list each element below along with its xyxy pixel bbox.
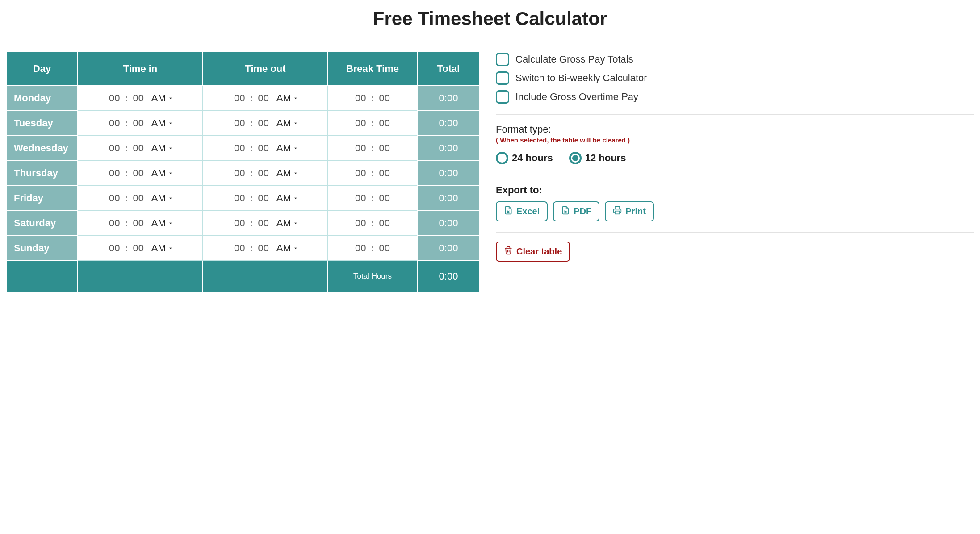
clear-table-button[interactable]: Clear table xyxy=(496,242,570,262)
radio-12-hours[interactable]: 12 hours xyxy=(569,152,626,164)
export-pdf-button[interactable]: PDF xyxy=(553,201,599,221)
time-in-ampm-select[interactable]: AM xyxy=(151,242,174,254)
break-mm[interactable]: 00 xyxy=(377,117,392,129)
time-in-hh[interactable]: 00 xyxy=(107,92,122,104)
chevron-down-icon xyxy=(293,92,299,104)
time-out-hh[interactable]: 00 xyxy=(232,117,247,129)
break-cell: 00:00 xyxy=(328,186,417,211)
time-out-mm[interactable]: 00 xyxy=(256,167,271,179)
colon: : xyxy=(125,142,128,154)
break-hh[interactable]: 00 xyxy=(353,167,368,179)
time-in-mm[interactable]: 00 xyxy=(131,167,146,179)
table-row: Sunday00:00AM00:00AM00:000:00 xyxy=(6,236,480,261)
row-total: 0:00 xyxy=(417,161,480,186)
colon: : xyxy=(125,92,128,104)
time-in-cell: 00:00AM xyxy=(78,211,203,236)
colon: : xyxy=(125,217,128,229)
break-mm[interactable]: 00 xyxy=(377,192,392,204)
time-out-hh[interactable]: 00 xyxy=(232,217,247,229)
colon: : xyxy=(125,117,128,129)
break-hh[interactable]: 00 xyxy=(353,92,368,104)
break-hh[interactable]: 00 xyxy=(353,242,368,254)
time-out-hh[interactable]: 00 xyxy=(232,92,247,104)
ampm-value: AM xyxy=(151,117,166,129)
time-in-mm[interactable]: 00 xyxy=(131,142,146,154)
time-in-ampm-select[interactable]: AM xyxy=(151,167,174,179)
time-out-hh[interactable]: 00 xyxy=(232,242,247,254)
time-in-ampm-select[interactable]: AM xyxy=(151,192,174,204)
radio-icon xyxy=(496,152,508,164)
time-out-mm[interactable]: 00 xyxy=(256,117,271,129)
break-hh[interactable]: 00 xyxy=(353,117,368,129)
button-label: Print xyxy=(625,206,646,217)
time-out-ampm-select[interactable]: AM xyxy=(276,167,299,179)
time-in-mm[interactable]: 00 xyxy=(131,217,146,229)
break-cell: 00:00 xyxy=(328,136,417,161)
time-out-ampm-select[interactable]: AM xyxy=(276,142,299,154)
col-break: Break Time xyxy=(328,52,417,86)
time-out-hh[interactable]: 00 xyxy=(232,142,247,154)
break-mm[interactable]: 00 xyxy=(377,242,392,254)
break-hh[interactable]: 00 xyxy=(353,217,368,229)
time-in-ampm-select[interactable]: AM xyxy=(151,92,174,104)
radio-24-hours[interactable]: 24 hours xyxy=(496,152,553,164)
day-cell: Friday xyxy=(6,186,78,211)
colon: : xyxy=(250,192,253,204)
option-label: Switch to Bi-weekly Calculator xyxy=(515,72,647,84)
radio-icon xyxy=(569,152,582,164)
svg-rect-0 xyxy=(615,211,620,214)
break-mm[interactable]: 00 xyxy=(377,217,392,229)
break-hh[interactable]: 00 xyxy=(353,192,368,204)
format-type-label: Format type: xyxy=(496,124,974,135)
time-out-ampm-select[interactable]: AM xyxy=(276,117,299,129)
time-in-hh[interactable]: 00 xyxy=(107,242,122,254)
colon: : xyxy=(371,192,374,204)
time-out-mm[interactable]: 00 xyxy=(256,92,271,104)
time-in-cell: 00:00AM xyxy=(78,236,203,261)
break-hh[interactable]: 00 xyxy=(353,142,368,154)
time-in-mm[interactable]: 00 xyxy=(131,117,146,129)
time-out-ampm-select[interactable]: AM xyxy=(276,242,299,254)
footer-blank xyxy=(203,261,328,292)
time-out-mm[interactable]: 00 xyxy=(256,192,271,204)
time-out-hh[interactable]: 00 xyxy=(232,167,247,179)
table-row: Wednesday00:00AM00:00AM00:000:00 xyxy=(6,136,480,161)
break-mm[interactable]: 00 xyxy=(377,142,392,154)
chevron-down-icon xyxy=(168,142,174,154)
time-out-ampm-select[interactable]: AM xyxy=(276,192,299,204)
time-in-mm[interactable]: 00 xyxy=(131,192,146,204)
time-in-mm[interactable]: 00 xyxy=(131,92,146,104)
break-mm[interactable]: 00 xyxy=(377,167,392,179)
break-cell: 00:00 xyxy=(328,161,417,186)
export-print-button[interactable]: Print xyxy=(605,201,654,221)
time-in-hh[interactable]: 00 xyxy=(107,192,122,204)
row-total: 0:00 xyxy=(417,136,480,161)
trash-icon xyxy=(504,246,513,257)
time-in-hh[interactable]: 00 xyxy=(107,217,122,229)
button-label: PDF xyxy=(574,206,591,217)
time-out-mm[interactable]: 00 xyxy=(256,142,271,154)
divider xyxy=(496,175,974,175)
break-mm[interactable]: 00 xyxy=(377,92,392,104)
time-in-ampm-select[interactable]: AM xyxy=(151,217,174,229)
time-in-hh[interactable]: 00 xyxy=(107,117,122,129)
colon: : xyxy=(250,167,253,179)
time-out-ampm-select[interactable]: AM xyxy=(276,92,299,104)
option-overtime[interactable]: Include Gross Overtime Pay xyxy=(496,90,974,104)
time-out-hh[interactable]: 00 xyxy=(232,192,247,204)
option-gross-pay[interactable]: Calculate Gross Pay Totals xyxy=(496,53,974,66)
chevron-down-icon xyxy=(293,117,299,129)
time-in-ampm-select[interactable]: AM xyxy=(151,142,174,154)
time-out-mm[interactable]: 00 xyxy=(256,242,271,254)
time-in-hh[interactable]: 00 xyxy=(107,142,122,154)
break-cell: 00:00 xyxy=(328,111,417,136)
time-in-hh[interactable]: 00 xyxy=(107,167,122,179)
time-in-ampm-select[interactable]: AM xyxy=(151,117,174,129)
time-out-cell: 00:00AM xyxy=(203,211,328,236)
export-excel-button[interactable]: Excel xyxy=(496,201,548,221)
time-out-ampm-select[interactable]: AM xyxy=(276,217,299,229)
time-out-mm[interactable]: 00 xyxy=(256,217,271,229)
option-biweekly[interactable]: Switch to Bi-weekly Calculator xyxy=(496,71,974,85)
row-total: 0:00 xyxy=(417,211,480,236)
time-in-mm[interactable]: 00 xyxy=(131,242,146,254)
